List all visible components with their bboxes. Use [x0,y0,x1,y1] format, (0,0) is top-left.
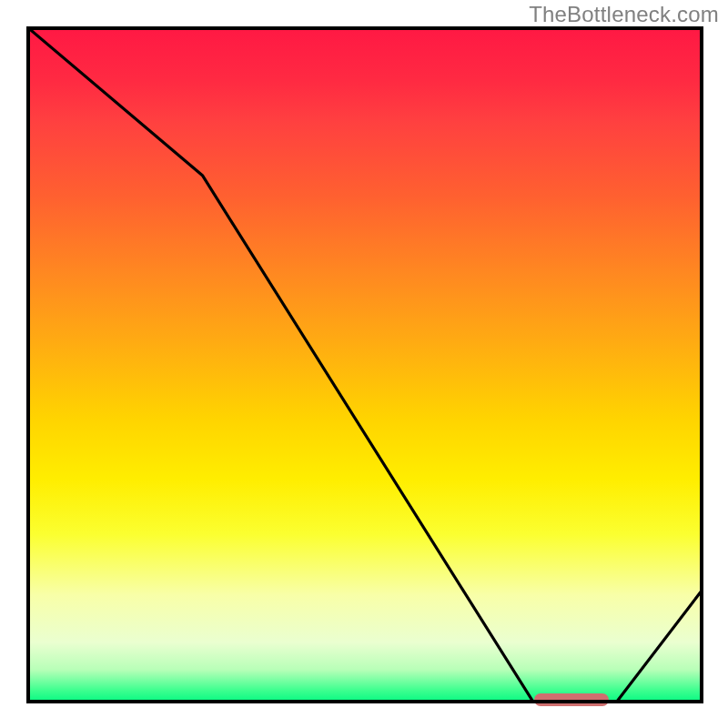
chart-container: TheBottleneck.com [0,0,728,728]
plot-frame [26,26,703,703]
heat-gradient [26,26,703,703]
watermark-label: TheBottleneck.com [529,2,719,27]
